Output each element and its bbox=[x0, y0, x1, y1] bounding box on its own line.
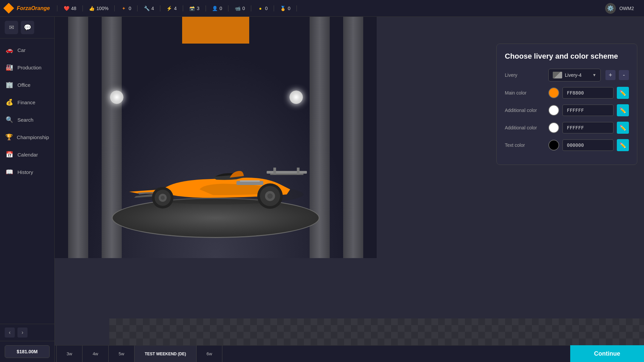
car-icon: 🚗 bbox=[5, 46, 13, 54]
sidebar-balance: $181.00M bbox=[0, 341, 54, 362]
additional-color2-label: Additional color bbox=[505, 125, 545, 130]
sidebar-item-production-label: Production bbox=[17, 65, 42, 70]
livery-dropdown-icon: ▼ bbox=[592, 73, 596, 77]
balance-button[interactable]: $181.00M bbox=[5, 345, 50, 358]
text-color-value: 000000 bbox=[562, 139, 613, 151]
thumbs-icon: 👍 bbox=[89, 5, 95, 11]
mail-button[interactable]: ✉ bbox=[5, 21, 18, 34]
stat-percent: 👍 100% bbox=[83, 5, 115, 11]
sidebar-item-search[interactable]: 🔍 Search bbox=[0, 111, 54, 128]
sidebar-item-championship-label: Championship bbox=[17, 134, 49, 140]
wrench-icon: 🔧 bbox=[144, 5, 150, 11]
sidebar-item-calendar-label: Calendar bbox=[17, 152, 38, 158]
stat-person: 👤 0 bbox=[206, 5, 229, 11]
car-model bbox=[119, 137, 320, 231]
sidebar-next-button[interactable]: › bbox=[17, 327, 28, 338]
main-color-row: Main color FF8800 ✏️ bbox=[505, 87, 629, 99]
panel-title: Choose livery and color scheme bbox=[505, 52, 629, 61]
topbar-stats: ❤️ 48 👍 100% ✦ 0 🔧 4 ⚡ 4 🗃️ 3 👤 0 📹 bbox=[57, 5, 605, 11]
coin-icon: ● bbox=[257, 5, 263, 11]
main-color-circle[interactable] bbox=[548, 87, 559, 98]
tools2-value: 4 bbox=[174, 6, 177, 11]
box-value: 3 bbox=[197, 6, 200, 11]
sidebar-item-office-label: Office bbox=[17, 82, 31, 88]
additional-color1-circle[interactable] bbox=[548, 105, 559, 116]
svg-rect-3 bbox=[273, 168, 276, 174]
stat-box: 🗃️ 3 bbox=[183, 5, 206, 11]
additional-color1-row: Additional color FFFFFF ✏️ bbox=[505, 104, 629, 116]
sidebar-item-championship[interactable]: 🏆 Championship bbox=[0, 128, 54, 146]
logo: ForzaOrange bbox=[3, 3, 57, 14]
sidebar-item-history[interactable]: 📖 History bbox=[0, 163, 54, 181]
star1-value: 0 bbox=[128, 6, 131, 11]
sidebar-item-finance[interactable]: 💰 Finance bbox=[0, 94, 54, 111]
timeline-weeks: 2w 3w 4w 5w TEST WEEKEND (DE) 6w bbox=[31, 346, 637, 362]
office-icon: 🏢 bbox=[5, 81, 13, 89]
svg-point-8 bbox=[267, 193, 273, 199]
sidebar-item-calendar[interactable]: 📅 Calendar bbox=[0, 146, 54, 163]
text-color-edit-button[interactable]: ✏️ bbox=[617, 139, 629, 151]
pillar-right2 bbox=[343, 17, 363, 258]
additional-color2-edit-button[interactable]: ✏️ bbox=[617, 122, 629, 134]
sidebar-item-car[interactable]: 🚗 Car bbox=[0, 41, 54, 59]
settings-icon[interactable]: ⚙️ bbox=[605, 3, 616, 14]
calendar-icon: 📅 bbox=[5, 150, 13, 159]
search-icon: 🔍 bbox=[5, 116, 13, 124]
livery-plus-button[interactable]: + bbox=[605, 70, 615, 80]
camera-icon: 📹 bbox=[234, 5, 240, 11]
timeline-week-test: TEST WEEKEND (DE) bbox=[135, 346, 196, 362]
additional-color2-value: FFFFFF bbox=[562, 122, 613, 133]
championship-icon: 🏆 bbox=[5, 133, 13, 141]
sidebar-item-office[interactable]: 🏢 Office bbox=[0, 76, 54, 94]
stat-coin: ● 0 bbox=[251, 5, 274, 11]
week-3w-label: 3w bbox=[67, 351, 72, 356]
sidebar-prev-button[interactable]: ‹ bbox=[5, 327, 15, 338]
stat-camera: 📹 0 bbox=[228, 5, 251, 11]
livery-row: Livery Livery-4 ▼ + - bbox=[505, 69, 629, 81]
livery-select[interactable]: Livery-4 ▼ bbox=[548, 69, 601, 81]
chat-button[interactable]: 💬 bbox=[21, 21, 34, 34]
additional-color2-circle[interactable] bbox=[548, 122, 559, 133]
continue-button[interactable]: Continue bbox=[570, 345, 644, 362]
hearts-icon: ❤️ bbox=[63, 5, 69, 11]
sidebar-item-production[interactable]: 🏭 Production bbox=[0, 59, 54, 76]
livery-value: Livery-4 bbox=[565, 72, 590, 78]
stat-tools: 🔧 4 bbox=[138, 5, 160, 11]
main-color-label: Main color bbox=[505, 90, 545, 96]
sidebar-item-finance-label: Finance bbox=[17, 100, 35, 105]
color-panel: Choose livery and color scheme Livery Li… bbox=[496, 44, 637, 165]
timeline-week-6w: 6w bbox=[197, 346, 223, 362]
svg-rect-1 bbox=[267, 171, 307, 174]
additional-color1-label: Additional color bbox=[505, 108, 545, 113]
week-5w-label: 5w bbox=[119, 351, 124, 356]
box-icon: 🗃️ bbox=[189, 5, 195, 11]
garage-top-accent bbox=[182, 17, 249, 44]
topbar: ForzaOrange ❤️ 48 👍 100% ✦ 0 🔧 4 ⚡ 4 🗃️ … bbox=[0, 0, 644, 17]
production-icon: 🏭 bbox=[5, 63, 13, 71]
percent-value: 100% bbox=[97, 6, 109, 11]
text-color-row: Text color 000000 ✏️ bbox=[505, 139, 629, 151]
timeline-week-4w: 4w bbox=[83, 346, 109, 362]
text-color-circle[interactable] bbox=[548, 140, 559, 150]
main-color-edit-button[interactable]: ✏️ bbox=[617, 87, 629, 99]
text-color-label: Text color bbox=[505, 142, 545, 148]
additional-color1-value: FFFFFF bbox=[562, 105, 613, 116]
bolt-icon: ⚡ bbox=[166, 5, 172, 11]
medal-icon: 🏅 bbox=[280, 5, 286, 11]
username: OWM2 bbox=[619, 6, 634, 11]
week-4w-label: 4w bbox=[93, 351, 98, 356]
camera-value: 0 bbox=[242, 6, 245, 11]
livery-minus-button[interactable]: - bbox=[619, 70, 629, 80]
timeline: 1w-1996 2w 3w 4w 5w TEST WEEKEND (DE) 6w… bbox=[0, 345, 644, 362]
stat-tools2: ⚡ 4 bbox=[160, 5, 183, 11]
logo-text: ForzaOrange bbox=[17, 5, 50, 11]
topbar-right: ⚙️ OWM2 bbox=[605, 3, 641, 14]
logo-icon bbox=[3, 3, 14, 14]
light-sphere-right bbox=[289, 90, 303, 104]
additional-color1-edit-button[interactable]: ✏️ bbox=[617, 104, 629, 116]
svg-point-12 bbox=[161, 196, 165, 200]
light-sphere-left bbox=[110, 90, 123, 104]
timeline-week-5w: 5w bbox=[109, 346, 135, 362]
person-icon: 👤 bbox=[212, 5, 218, 11]
test-weekend-label: TEST WEEKEND (DE) bbox=[145, 352, 186, 356]
